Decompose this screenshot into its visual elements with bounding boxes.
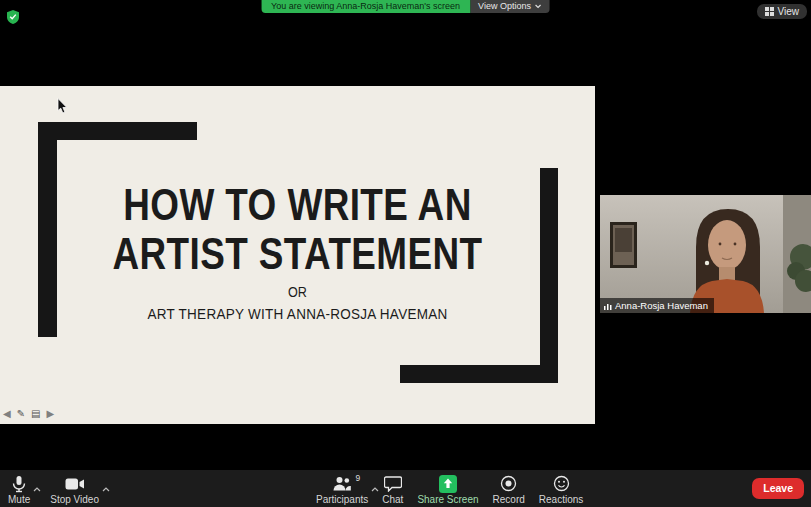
participants-options-caret[interactable] <box>371 478 379 496</box>
zoom-meeting-window: You are viewing Anna-Rosja Haveman's scr… <box>0 0 811 507</box>
share-screen-button[interactable]: Share Screen <box>417 473 478 505</box>
camera-icon <box>65 475 85 493</box>
leave-button[interactable]: Leave <box>752 478 804 499</box>
encryption-shield-icon[interactable] <box>7 10 19 24</box>
meeting-controls-toolbar: Mute Stop Video <box>0 470 811 507</box>
participant-name: Anna-Rosja Haveman <box>615 300 708 311</box>
mute-label: Mute <box>8 494 30 505</box>
slide-view-icon[interactable]: ▤ <box>31 408 40 419</box>
reactions-button[interactable]: Reactions <box>539 473 583 505</box>
view-options-label: View Options <box>478 0 531 13</box>
share-screen-label: Share Screen <box>417 494 478 505</box>
stop-video-button[interactable]: Stop Video <box>50 473 99 505</box>
slide-decor-bottom-right-corner <box>400 365 558 383</box>
audio-level-icon <box>604 302 612 310</box>
participants-count-badge: 9 <box>355 473 360 483</box>
record-label: Record <box>493 494 525 505</box>
participants-button[interactable]: 9 Participants <box>316 473 368 505</box>
participant-webcam-image <box>600 195 811 313</box>
video-options-caret[interactable] <box>102 478 110 496</box>
next-slide-icon[interactable]: ▶ <box>47 408 55 419</box>
participants-icon <box>332 475 352 493</box>
mute-button[interactable]: Mute <box>8 473 30 505</box>
viewing-status-text: You are viewing Anna-Rosja Haveman's scr… <box>261 0 470 13</box>
record-button[interactable]: Record <box>493 473 525 505</box>
chat-icon <box>384 475 402 493</box>
chevron-down-icon <box>535 4 542 9</box>
participants-label: Participants <box>316 494 368 505</box>
slide-title-line1: HOW TO WRITE AN <box>54 180 542 229</box>
slide-decor-top-left-corner <box>38 122 197 140</box>
previous-slide-icon[interactable]: ◀ <box>3 408 11 419</box>
presentation-slide: HOW TO WRITE AN ARTIST STATEMENT OR ART … <box>0 86 595 424</box>
chat-button[interactable]: Chat <box>382 473 403 505</box>
record-icon <box>500 475 517 493</box>
slide-subtitle: ART THERAPY WITH ANNA-ROSJA HAVEMAN <box>30 305 566 322</box>
slide-decor-bottom-right-corner-vertical <box>540 168 558 383</box>
stop-video-label: Stop Video <box>50 494 99 505</box>
slide-or-text: OR <box>30 284 566 300</box>
reactions-smiley-icon <box>553 475 570 493</box>
view-options-dropdown[interactable]: View Options <box>470 0 550 13</box>
view-button-label: View <box>778 6 800 17</box>
mouse-cursor <box>57 98 68 118</box>
slide-title-line2: ARTIST STATEMENT <box>54 229 542 278</box>
reactions-label: Reactions <box>539 494 583 505</box>
shared-screen-area: HOW TO WRITE AN ARTIST STATEMENT OR ART … <box>0 70 595 440</box>
screen-share-banner: You are viewing Anna-Rosja Haveman's scr… <box>261 0 550 13</box>
slide-title: HOW TO WRITE AN ARTIST STATEMENT <box>54 180 542 278</box>
participant-video-tile[interactable]: Anna-Rosja Haveman <box>600 195 811 313</box>
mute-options-caret[interactable] <box>33 478 41 496</box>
share-screen-icon <box>439 475 457 493</box>
view-grid-icon <box>765 7 774 16</box>
microphone-icon <box>11 475 27 493</box>
participant-name-tag: Anna-Rosja Haveman <box>600 298 714 313</box>
presentation-nav-toolbar: ◀ ✎ ▤ ▶ <box>3 408 54 419</box>
view-layout-button[interactable]: View <box>757 4 808 19</box>
pen-tool-icon[interactable]: ✎ <box>17 408 25 419</box>
chat-label: Chat <box>382 494 403 505</box>
